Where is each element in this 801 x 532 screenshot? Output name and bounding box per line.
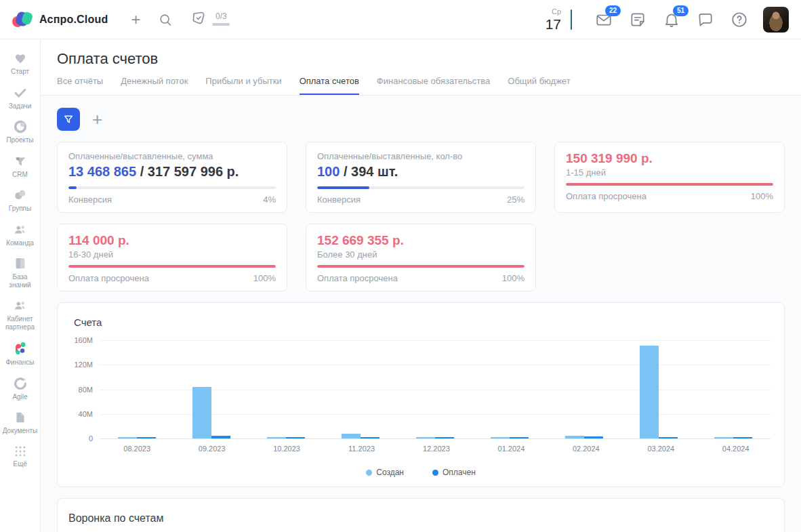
sidebar-item-start[interactable]: Старт [0, 46, 40, 81]
people-icon [13, 298, 28, 313]
bar-Создан-12.2023[interactable] [416, 437, 435, 438]
sidebar-item-label: Группы [9, 205, 31, 213]
card-footer: Конверсия4% [68, 195, 276, 205]
kpi-cards: Оплаченные/выставленные, сумма13 468 865… [57, 142, 785, 291]
bar-Оплачен-12.2023[interactable] [435, 437, 454, 438]
notifications-button[interactable]: 51 [663, 11, 680, 28]
notes-icon [629, 11, 646, 28]
chat-button[interactable] [697, 11, 714, 28]
kpi-card-4[interactable]: 152 669 355 р.Более 30 днейОплата просро… [306, 224, 536, 291]
sidebar-item-crm[interactable]: CRM [0, 149, 40, 184]
sidebar-item-docs[interactable]: Документы [0, 405, 40, 440]
sidebar-item-projects[interactable]: Проекты [0, 115, 40, 149]
bar-Создан-11.2023[interactable] [342, 434, 361, 438]
search-icon[interactable] [158, 12, 173, 27]
tab-1[interactable]: Денежный поток [121, 76, 188, 95]
kpi-card-1[interactable]: Оплаченные/выставленные, кол-во100 / 394… [306, 142, 536, 213]
mail-button[interactable]: 22 [595, 11, 613, 28]
tab-5[interactable]: Общий бюджет [508, 76, 570, 95]
sidebar-item-team[interactable]: Команда [0, 218, 40, 252]
card-footer: Оплата просрочена100% [317, 273, 525, 283]
bar-Создан-03.2024[interactable] [640, 346, 659, 438]
sidebar-item-partner[interactable]: Кабинет партнера [0, 293, 40, 335]
filter-button[interactable] [57, 108, 80, 131]
bar-Создан-02.2024[interactable] [565, 436, 584, 438]
bar-Создан-01.2024[interactable] [491, 437, 510, 438]
card-footer: Оплата просрочена100% [566, 191, 773, 201]
add-widget-button[interactable]: + [92, 110, 102, 128]
chart-x-axis: 08.202309.202310.202311.202312.202301.20… [100, 445, 773, 453]
page-title: Оплата счетов [57, 50, 785, 68]
card-progress-track [566, 183, 773, 186]
legend-dot [366, 470, 372, 476]
x-tick-label: 02.2024 [549, 445, 623, 453]
dots-icon [14, 445, 27, 458]
goals-progress-bar [212, 23, 230, 26]
card-value: 100 / 394 шт. [317, 164, 525, 180]
bar-Оплачен-10.2023[interactable] [286, 437, 305, 438]
bar-Оплачен-01.2024[interactable] [510, 437, 529, 438]
tab-active-3[interactable]: Оплата счетов [300, 76, 359, 95]
card-amount: 114 000 р. [68, 233, 276, 248]
user-avatar[interactable] [763, 7, 789, 33]
help-button[interactable] [731, 11, 748, 28]
bar-Создан-09.2023[interactable] [192, 387, 211, 438]
bar-Создан-08.2023[interactable] [118, 437, 137, 438]
mail-badge: 22 [605, 5, 621, 16]
kpi-card-3[interactable]: 114 000 р.16-30 днейОплата просрочена100… [57, 224, 287, 291]
card-footer: Конверсия25% [317, 195, 525, 205]
bar-Создан-10.2023[interactable] [267, 437, 286, 438]
chart-title: Счета [68, 314, 773, 340]
card-period: Более 30 дней [317, 249, 525, 260]
kpi-card-0[interactable]: Оплаченные/выставленные, сумма13 468 865… [57, 142, 287, 213]
card-footer-label: Конверсия [68, 195, 112, 205]
legend-item-1[interactable]: Оплачен [432, 468, 476, 477]
sidebar-item-agile[interactable]: Agile [0, 371, 40, 406]
app-logo[interactable]: Аспро.Cloud [12, 11, 108, 28]
tab-0[interactable]: Все отчёты [57, 76, 103, 95]
bar-Оплачен-03.2024[interactable] [659, 437, 678, 438]
top-bar: Аспро.Cloud + 0/3 Ср 17 22 [0, 0, 801, 39]
tab-4[interactable]: Финансовые обязательства [377, 76, 490, 95]
card-footer-value: 4% [263, 195, 276, 205]
bar-Оплачен-04.2024[interactable] [733, 437, 752, 438]
bar-group-09.2023 [174, 340, 249, 438]
x-tick-label: 01.2024 [474, 445, 548, 453]
sidebar-item-label: Проекты [6, 136, 33, 144]
sidebar-item-label: Задачи [9, 102, 32, 110]
tab-2[interactable]: Прибыли и убытки [205, 76, 281, 95]
invoice-funnel-card: Воронка по счетам [57, 498, 785, 532]
sidebar-item-label: Ещё [13, 460, 26, 468]
card-progress-track [68, 186, 276, 189]
gridline [100, 438, 771, 439]
bar-Оплачен-09.2023[interactable] [211, 436, 230, 438]
app-logo-icon [12, 11, 33, 28]
legend-item-0[interactable]: Создан [366, 468, 404, 477]
bar-group-08.2023 [100, 340, 174, 438]
book-icon [13, 256, 28, 271]
bar-Создан-04.2024[interactable] [714, 437, 733, 438]
create-button[interactable]: + [131, 12, 140, 28]
sidebar-item-label: CRM [12, 171, 28, 179]
goals-widget[interactable]: 0/3 [190, 10, 230, 29]
card-progress-fill [68, 186, 77, 189]
notes-button[interactable] [629, 11, 646, 28]
sidebar-item-kb[interactable]: База знаний [0, 251, 40, 293]
sidebar-item-finance[interactable]: Финансы [0, 335, 40, 371]
topbar-divider [571, 9, 572, 30]
bar-Оплачен-02.2024[interactable] [584, 436, 603, 438]
bar-group-02.2024 [547, 340, 621, 438]
card-footer-value: 100% [502, 273, 525, 283]
y-tick-label: 40M [79, 410, 93, 418]
sidebar-item-more[interactable]: Ещё [0, 440, 40, 473]
goals-icon [190, 10, 207, 29]
kpi-card-2[interactable]: 150 319 990 р.1-15 днейОплата просрочена… [554, 142, 785, 213]
sidebar-item-groups[interactable]: Группы [0, 183, 40, 218]
bar-Оплачен-08.2023[interactable] [137, 437, 156, 438]
x-tick-label: 03.2024 [623, 445, 698, 453]
sidebar-item-tasks[interactable]: Задачи [0, 81, 40, 115]
bar-group-10.2023 [249, 340, 323, 438]
bar-Оплачен-11.2023[interactable] [361, 437, 379, 438]
heart-icon [13, 51, 28, 66]
calendar-date-widget[interactable]: Ср 17 [546, 8, 561, 31]
